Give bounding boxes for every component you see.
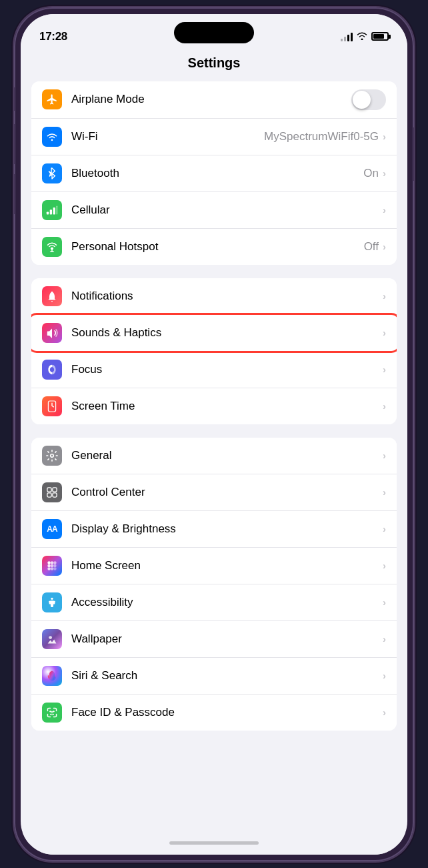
control-center-label: Control Center [71,486,383,499]
svg-rect-2 [53,207,55,214]
control-center-row[interactable]: Control Center › [31,474,397,511]
airplane-mode-icon [42,89,62,109]
airplane-mode-toggle[interactable] [351,89,386,110]
connectivity-group: Airplane Mode Wi-Fi MySp [31,81,397,265]
volume-down-button[interactable] [14,174,15,214]
battery-icon [371,32,389,41]
svg-point-26 [53,711,54,712]
general-label: General [71,449,383,462]
svg-rect-1 [50,209,52,214]
siri-search-label: Siri & Search [71,669,383,683]
screen-content[interactable]: Settings Airplane Mode [21,50,407,832]
control-center-icon [42,482,62,502]
hotspot-label: Personal Hotspot [71,240,364,254]
sounds-haptics-row[interactable]: Sounds & Haptics › [31,315,397,352]
signal-bars-icon [341,32,353,41]
focus-chevron-icon: › [383,364,386,375]
svg-point-14 [51,561,53,564]
wifi-value: MySpectrumWiFif0-5G [264,130,379,143]
silent-button[interactable] [14,87,15,111]
accessibility-label: Accessibility [71,596,383,609]
focus-label: Focus [71,363,383,376]
status-time: 17:28 [39,30,67,43]
home-indicator [21,832,407,855]
svg-point-16 [47,564,50,566]
focus-icon [42,360,62,380]
general-row[interactable]: General › [31,438,397,474]
wallpaper-row[interactable]: Wallpaper › [31,621,397,658]
volume-up-button[interactable] [14,124,15,164]
home-screen-icon [42,556,62,576]
svg-point-23 [49,636,52,639]
svg-point-19 [47,567,50,570]
page-title: Settings [21,50,407,81]
general-icon [42,446,62,466]
bluetooth-icon [42,163,62,183]
display-brightness-row[interactable]: AA Display & Brightness › [31,511,397,548]
svg-point-22 [51,597,53,599]
home-screen-label: Home Screen [71,559,383,572]
wallpaper-chevron-icon: › [383,633,386,644]
hotspot-value: Off [364,240,379,254]
faceid-row[interactable]: Face ID & Passcode › [31,695,397,731]
svg-point-25 [49,711,51,712]
svg-point-18 [53,564,56,566]
cellular-row[interactable]: Cellular › [31,192,397,229]
hotspot-row[interactable]: Personal Hotspot Off › [31,229,397,265]
control-center-chevron-icon: › [383,486,386,498]
notifications-label: Notifications [71,290,383,303]
wifi-status-icon [357,31,367,42]
bluetooth-chevron-icon: › [383,167,386,179]
accessibility-row[interactable]: Accessibility › [31,584,397,621]
display-label: Display & Brightness [71,522,383,536]
accessibility-chevron-icon: › [383,596,386,608]
wifi-icon [42,127,62,147]
screentime-chevron-icon: › [383,400,386,412]
airplane-mode-row[interactable]: Airplane Mode [31,81,397,119]
svg-rect-9 [47,487,51,491]
svg-rect-10 [53,487,57,491]
hotspot-icon [42,237,62,257]
screentime-row[interactable]: Screen Time › [31,388,397,424]
accessibility-icon [42,592,62,612]
notifications-row[interactable]: Notifications › [31,278,397,315]
wallpaper-label: Wallpaper [71,632,383,646]
svg-point-20 [51,567,53,570]
power-button[interactable] [413,127,414,181]
faceid-icon [42,703,62,723]
wifi-label: Wi-Fi [71,130,264,143]
svg-point-13 [47,561,50,564]
home-screen-chevron-icon: › [383,560,386,571]
svg-rect-0 [47,211,49,214]
home-screen-row[interactable]: Home Screen › [31,548,397,584]
wifi-chevron-icon: › [383,131,386,142]
cellular-chevron-icon: › [383,204,386,215]
screentime-icon [42,396,62,416]
svg-point-17 [51,564,53,566]
wifi-row[interactable]: Wi-Fi MySpectrumWiFif0-5G › [31,119,397,155]
svg-point-15 [53,561,56,564]
siri-search-row[interactable]: Siri & Search › [31,658,397,695]
focus-row[interactable]: Focus › [31,352,397,388]
status-bar: 17:28 [21,14,407,50]
sounds-haptics-label: Sounds & Haptics [71,326,383,340]
faceid-label: Face ID & Passcode [71,706,383,719]
bluetooth-value: On [363,167,379,180]
phone-frame: 17:28 Settings [14,7,414,861]
wallpaper-icon [42,629,62,649]
screentime-label: Screen Time [71,400,383,413]
notifications-chevron-icon: › [383,290,386,302]
cellular-icon [42,200,62,220]
status-icons [341,31,389,42]
bluetooth-label: Bluetooth [71,167,363,180]
general-chevron-icon: › [383,450,386,461]
siri-icon [42,666,62,686]
bluetooth-row[interactable]: Bluetooth On › [31,155,397,192]
sounds-chevron-icon: › [383,327,386,338]
dynamic-island [174,22,254,43]
display-icon: AA [42,519,62,539]
cellular-label: Cellular [71,203,383,217]
general-group: General › Control Center › [31,438,397,731]
faceid-chevron-icon: › [383,707,386,718]
svg-rect-11 [47,492,51,496]
